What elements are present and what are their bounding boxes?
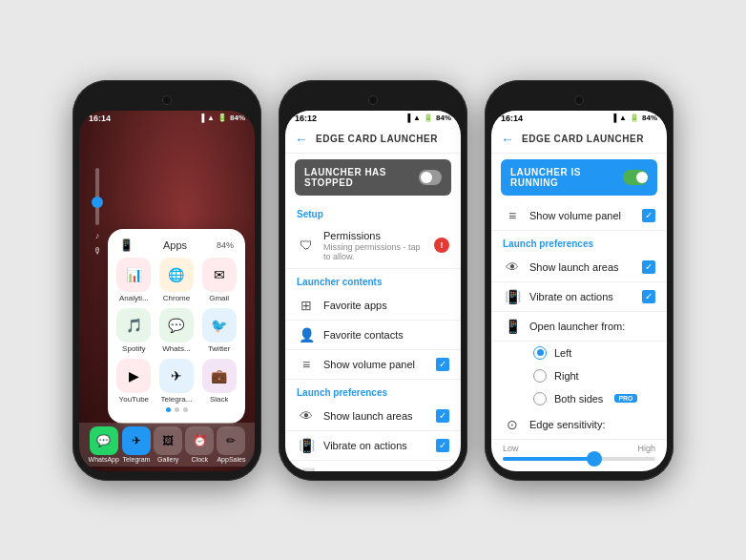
app-label-chrome: Chrome <box>163 294 190 302</box>
app-label-gmail: Gmail <box>209 294 229 302</box>
phone-2: 16:12 ▐ ▲ 🔋 84% ← EDGE CARD LAUNCHER LAU… <box>279 80 467 481</box>
radio-right[interactable]: Right <box>491 364 667 387</box>
show-launch-areas-row-2[interactable]: 👁 Show launch areas ✓ <box>285 402 461 431</box>
dock-bar: 💬 WhatsApp ✈ Telegram 🖼 Gallery ⏰ Clock … <box>79 423 255 467</box>
volume-panel-check: ✓ <box>436 358 449 371</box>
phones-container: 16:14 ▐ ▲ 🔋 84% ♪ 🎙 📱 <box>53 61 693 500</box>
radio-both[interactable]: Both sides PRO <box>491 387 667 410</box>
slider-thumb[interactable] <box>587 451 602 467</box>
banner-text-2: LAUNCHER HAS STOPPED <box>304 167 419 188</box>
launch-checkbox-3[interactable]: ✓ <box>642 260 655 274</box>
dock-label-appsales: AppSales <box>217 456 245 463</box>
eye-icon-3: 👁 <box>503 259 522 275</box>
vibrate-icon-2: 📳 <box>297 438 316 453</box>
volume-content-3: Show volume panel <box>529 210 634 221</box>
favorite-contacts-title: Favorite contacts <box>323 329 449 341</box>
back-arrow-2[interactable]: ← <box>295 132 308 147</box>
vibrate-checkbox-3[interactable]: ✓ <box>642 290 655 303</box>
app-item[interactable]: 🌐 Chrome <box>158 258 196 302</box>
wifi-icon-3: ▲ <box>619 114 627 122</box>
status-bar-1: 16:14 ▐ ▲ 🔋 84% <box>79 111 255 126</box>
shield-icon: 🛡 <box>297 238 316 253</box>
status-banner-2: LAUNCHER HAS STOPPED <box>295 159 451 196</box>
show-volume-row[interactable]: ≡ Show volume panel ✓ <box>491 201 667 231</box>
volume-checkbox[interactable]: ✓ <box>436 358 449 371</box>
open-launcher-title-3: Open launcher from: <box>529 321 655 332</box>
favorite-apps-row[interactable]: ⊞ Favorite apps <box>285 291 461 321</box>
battery-icon-2: 🔋 <box>424 114 433 122</box>
error-dot: ! <box>434 238 449 253</box>
apps-title: Apps <box>163 239 187 251</box>
status-icons-1: ▐ ▲ 🔋 84% <box>198 114 245 122</box>
launcher-toggle-3[interactable] <box>623 170 648 185</box>
radio-right-circle[interactable] <box>533 369 547 383</box>
contacts-icon: 👤 <box>297 327 316 342</box>
vibrate-row-3[interactable]: 📳 Vibrate on actions ✓ <box>491 282 667 312</box>
mic-icon: 🎙 <box>93 246 102 256</box>
dot <box>183 407 188 412</box>
favorite-apps-title: Favorite apps <box>323 300 449 311</box>
sensitivity-slider-container: Low High <box>491 440 667 468</box>
open-launcher-content-2: Open launch from: <box>323 469 449 471</box>
battery-badge: 84% <box>217 240 234 250</box>
app-icon-analytics: 📊 <box>116 258 151 292</box>
dock-item-whatsapp[interactable]: 💬 WhatsApp <box>89 426 119 463</box>
volume-check-3: ✓ <box>642 209 655 222</box>
volume-checkbox-3[interactable]: ✓ <box>642 209 655 222</box>
dock-item-appsales[interactable]: ✏ AppSales <box>217 426 245 463</box>
phone-3-screen: 16:14 ▐ ▲ 🔋 84% ← EDGE CARD LAUNCHER LAU… <box>491 111 667 471</box>
phone-1: 16:14 ▐ ▲ 🔋 84% ♪ 🎙 📱 <box>73 80 261 481</box>
back-arrow-3[interactable]: ← <box>501 132 514 147</box>
music-icon: ♪ <box>95 231 100 240</box>
app-item[interactable]: ▶ YouTube <box>115 359 153 404</box>
dock-label-telegram: Telegram <box>123 456 151 463</box>
show-launch-areas-row-3[interactable]: 👁 Show launch areas ✓ <box>491 253 667 282</box>
high-label: High <box>637 444 655 453</box>
radio-left[interactable]: Left <box>491 342 667 364</box>
launcher-toggle-2[interactable] <box>419 170 442 185</box>
camera-bar-2 <box>285 90 461 111</box>
pro-badge: PRO <box>614 394 636 403</box>
volume-slider[interactable] <box>95 168 99 225</box>
radio-both-circle[interactable] <box>533 392 547 405</box>
open-launcher-row-2[interactable]: ⬜ Open launch from: <box>285 461 461 471</box>
app-item[interactable]: 🎵 Spotify <box>115 308 153 353</box>
apps-panel: 📱 Apps 84% 📊 Analyti... 🌐 Chrome ✉ <box>108 229 245 424</box>
app-item[interactable]: 💼 Slack <box>200 359 238 404</box>
app-item[interactable]: 💬 Whats... <box>158 308 196 353</box>
status-bar-3: 16:14 ▐ ▲ 🔋 84% <box>491 111 667 126</box>
vibrate-checkbox[interactable]: ✓ <box>436 439 449 452</box>
favorite-contacts-row[interactable]: 👤 Favorite contacts <box>285 321 461 350</box>
show-launch-title-3: Show launch areas <box>529 261 634 273</box>
permissions-row[interactable]: 🛡 Permissions Missing permissions - tap … <box>285 223 461 269</box>
launch-prefs-label-3: Launch preferences <box>491 231 667 253</box>
radio-left-circle[interactable] <box>533 346 547 360</box>
vibrate-row-2[interactable]: 📳 Vibrate on actions ✓ <box>285 431 461 461</box>
status-icons-2: ▐ ▲ 🔋 84% <box>404 114 451 122</box>
volume-panel-row[interactable]: ≡ Show volume panel ✓ <box>285 350 461 380</box>
phone-1-screen: 16:14 ▐ ▲ 🔋 84% ♪ 🎙 📱 <box>79 111 255 471</box>
time-1: 16:14 <box>89 114 111 123</box>
battery-percent-1: 84% <box>230 114 245 122</box>
app-icon-telegram: ✈ <box>159 359 194 393</box>
permissions-content: Permissions Missing permissions - tap to… <box>323 230 426 261</box>
launch-areas-checkbox[interactable]: ✓ <box>436 409 449 423</box>
app-item[interactable]: ✉ Gmail <box>200 258 238 302</box>
permissions-subtitle: Missing permissions - tap to allow. <box>323 242 426 261</box>
dock-item-gallery[interactable]: 🖼 Gallery <box>154 426 182 463</box>
dock-item-clock[interactable]: ⏰ Clock <box>185 426 214 463</box>
app-item[interactable]: 📊 Analyti... <box>115 258 153 302</box>
app-item[interactable]: 🐦 Twitter <box>200 308 238 353</box>
dot-active <box>166 407 171 412</box>
battery-percent-3: 84% <box>642 114 657 122</box>
slider-track[interactable] <box>503 457 655 461</box>
app-label-youtube: YouTube <box>119 395 149 404</box>
status-icons-3: ▐ ▲ 🔋 84% <box>611 114 657 122</box>
dock-label-gallery: Gallery <box>157 456 178 463</box>
permissions-error: ! <box>434 238 449 253</box>
app-item[interactable]: ✈ Telegra... <box>158 359 196 404</box>
dock-item-telegram[interactable]: ✈ Telegram <box>122 426 151 463</box>
battery-percent-2: 84% <box>436 114 451 122</box>
dock-icon-whatsapp: 💬 <box>90 426 118 455</box>
phone-2-screen: 16:12 ▐ ▲ 🔋 84% ← EDGE CARD LAUNCHER LAU… <box>285 111 461 471</box>
